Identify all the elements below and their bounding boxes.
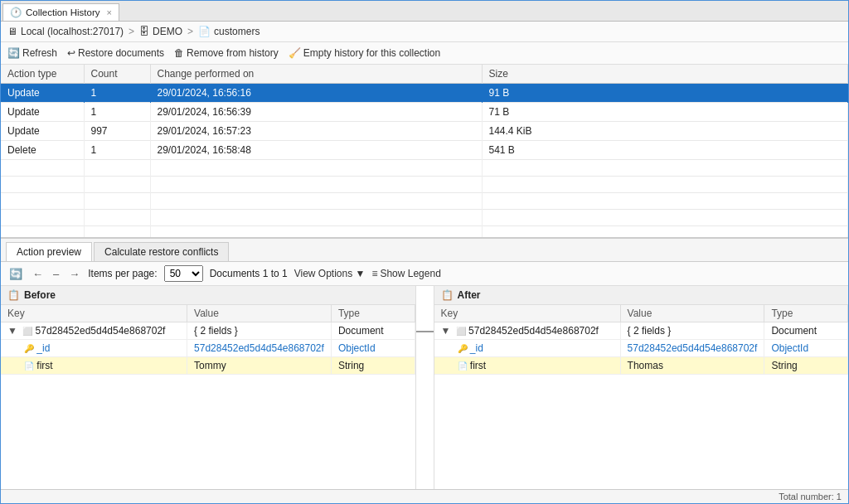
count-cell: 1 [84,141,150,160]
expand-icon[interactable]: ▼ [441,325,451,337]
after-type-id: ObjectId [764,340,848,357]
size-cell: 144.4 KiB [482,122,848,141]
show-legend-button[interactable]: ≡ Show Legend [371,266,440,281]
main-window: 🕐 Collection History × 🖥 Local (localhos… [0,0,849,504]
after-col-type: Type [764,305,848,322]
view-options-button[interactable]: View Options ▼ [294,266,366,281]
action-type-cell: Update [1,84,84,103]
table-row-empty [1,210,848,226]
count-cell: 997 [84,122,150,141]
before-key-first: 📄 first [1,357,187,375]
table-row-empty [1,160,848,177]
collection-icon: 📄 [198,26,211,37]
history-table-section: Action type Count Change performed on Si… [1,65,848,239]
preview-content: 📋 Before Key Value Type ▼ [1,286,848,489]
before-panel: 📋 Before Key Value Type ▼ [1,286,416,489]
preview-tabs: Action preview Calculate restore conflic… [1,239,848,262]
after-value-root: { 2 fields } [620,322,764,340]
after-type-root: Document [764,322,848,340]
history-table: Action type Count Change performed on Si… [1,65,848,239]
database-label[interactable]: DEMO [153,26,182,37]
remove-from-history-button[interactable]: 🗑 Remove from history [174,46,279,61]
before-type-root: Document [331,322,415,340]
tab-icon: 🕐 [10,7,22,18]
action-preview-tab[interactable]: Action preview [6,242,92,261]
collection-history-tab[interactable]: 🕐 Collection History × [2,3,119,21]
table-row[interactable]: Update 1 29/01/2024, 16:56:39 71 B [1,103,848,122]
items-per-page-select[interactable]: 50 100 200 [164,265,203,282]
before-key-root: ▼ ⬜ 57d28452ed5d4d54e868702f [1,322,187,340]
before-type-first: String [331,357,415,375]
table-row[interactable]: ▼ ⬜ 57d28452ed5d4d54e868702f { 2 fields … [1,322,415,340]
size-cell: 541 B [482,141,848,160]
before-panel-header: 📋 Before [1,286,415,305]
count-cell: 1 [84,84,150,103]
size-cell: 71 B [482,103,848,122]
table-row[interactable]: 📄 first Tommy String [1,357,415,375]
field-icon: 📄 [24,361,34,371]
before-doc-table: Key Value Type ▼ ⬜ 57d28452ed5d4d54e8687… [1,305,415,375]
tab-bar: 🕐 Collection History × [1,1,848,22]
server-label[interactable]: Local (localhost:27017) [21,26,124,37]
table-row[interactable]: ▼ ⬜ 57d28452ed5d4d54e868702f { 2 fields … [434,322,848,340]
preview-toolbar: 🔄 ← – → Items per page: 50 100 200 Docum… [1,262,848,286]
restore-documents-button[interactable]: ↩ Restore documents [67,46,164,61]
nav-back-button[interactable]: ← [31,268,45,280]
doc-icon: ⬜ [456,327,466,336]
id-icon: 🔑 [24,344,34,353]
toolbar: 🔄 Refresh ↩ Restore documents 🗑 Remove f… [1,42,848,65]
calculate-restore-tab[interactable]: Calculate restore conflicts [94,242,229,261]
tab-close-button[interactable]: × [106,7,111,17]
after-key-id: 🔑 _id [434,340,621,357]
before-col-key: Key [1,305,187,322]
refresh-icon: 🔄 [7,47,20,59]
col-size: Size [482,65,848,84]
after-col-key: Key [434,305,621,322]
empty-history-button[interactable]: 🧹 Empty history for this collection [289,46,440,61]
action-type-cell: Update [1,103,84,122]
tab-label: Collection History [26,7,99,17]
table-row[interactable]: 🔑 _id 57d28452ed5d4d54e868702f ObjectId [434,340,848,357]
connector-line [416,331,434,332]
database-icon: 🗄 [139,26,149,37]
remove-icon: 🗑 [174,47,184,59]
date-cell: 29/01/2024, 16:58:48 [150,141,482,160]
doc-icon: ⬜ [22,327,32,336]
table-row[interactable]: 📄 first Thomas String [434,357,848,375]
after-value-id: 57d28452ed5d4d54e868702f [620,340,764,357]
before-icon: 📋 [7,289,20,301]
total-count: Total number: 1 [779,492,842,502]
id-icon: 🔑 [458,344,468,353]
legend-icon: ≡ [371,268,377,279]
after-doc-table: Key Value Type ▼ ⬜ 57d28452ed5d4d54e8687… [434,305,849,375]
field-icon: 📄 [458,361,468,371]
documents-info: Documents 1 to 1 [210,268,288,279]
connector [416,286,434,489]
action-type-cell: Update [1,122,84,141]
breadcrumb-sep2: > [187,26,193,37]
after-value-first: Thomas [620,357,764,375]
table-row[interactable]: 🔑 _id 57d28452ed5d4d54e868702f ObjectId [1,340,415,357]
collection-label[interactable]: customers [214,26,260,37]
table-row[interactable]: Delete 1 29/01/2024, 16:58:48 541 B [1,141,848,160]
before-col-value: Value [187,305,332,322]
before-key-id: 🔑 _id [1,340,187,357]
status-bar: Total number: 1 [1,489,848,503]
refresh-button[interactable]: 🔄 Refresh [7,46,57,61]
table-row-empty [1,193,848,210]
table-row-empty [1,226,848,240]
date-cell: 29/01/2024, 16:56:16 [150,84,482,103]
size-cell: 91 B [482,84,848,103]
before-value-id: 57d28452ed5d4d54e868702f [187,340,332,357]
before-value-root: { 2 fields } [187,322,332,340]
col-count: Count [84,65,150,84]
nav-refresh-button[interactable]: 🔄 [7,268,24,280]
table-row[interactable]: Update 1 29/01/2024, 16:56:16 91 B [1,84,848,103]
expand-icon[interactable]: ▼ [7,325,17,337]
after-panel: 📋 After Key Value Type ▼ [434,286,849,489]
col-action-type: Action type [1,65,84,84]
empty-icon: 🧹 [289,47,301,59]
nav-forward-button[interactable]: → [67,268,81,280]
table-row[interactable]: Update 997 29/01/2024, 16:57:23 144.4 Ki… [1,122,848,141]
nav-separator: – [51,268,61,280]
